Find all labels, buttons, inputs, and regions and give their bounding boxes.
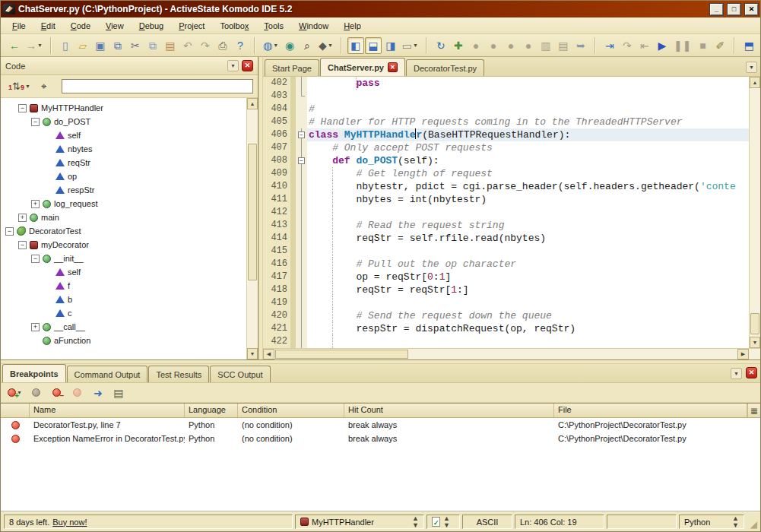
breakpoint-margin[interactable] <box>290 335 296 348</box>
code-text[interactable]: # Handler for HTTP requests coming in to… <box>307 116 749 128</box>
collapse-icon[interactable]: − <box>31 118 40 126</box>
syntax-check-status[interactable]: ▲▼ <box>426 515 460 529</box>
menu-code[interactable]: Code <box>64 20 97 32</box>
tab-test-results[interactable]: Test Results <box>148 366 209 382</box>
back-button[interactable]: ← <box>6 37 23 54</box>
komodo-docs-button[interactable]: ⬒ <box>740 37 757 54</box>
fold-margin[interactable] <box>296 258 307 271</box>
breakpoint-margin[interactable] <box>290 219 296 232</box>
code-text[interactable] <box>307 335 749 348</box>
tree-item-__call__[interactable]: +__call__ <box>1 320 246 334</box>
save-all-button[interactable]: ⧉ <box>109 37 126 54</box>
tab-decoratortest-py[interactable]: DecoratorTest.py <box>406 59 484 76</box>
code-filter-input[interactable] <box>62 79 253 93</box>
code-text[interactable]: reqStr = self.rfile.read(nbytes) <box>307 232 749 245</box>
breakpoint-margin[interactable] <box>290 193 296 206</box>
breakpoint-margin[interactable] <box>290 154 296 167</box>
code-panel-menu-button[interactable]: ▼ <box>227 60 239 71</box>
new-file-button[interactable]: ▯ <box>57 37 74 54</box>
close-button[interactable]: ✕ <box>745 4 758 15</box>
scope-selector[interactable]: MyHTTPHandler ▲▼ <box>295 515 424 529</box>
code-line[interactable]: 402 pass <box>263 77 749 90</box>
code-text[interactable]: class MyHTTPHandler(BaseHTTPRequestHandl… <box>307 128 749 141</box>
breakpoint-state-cell[interactable] <box>1 421 30 429</box>
code-line[interactable]: 417 op = reqStr[0:1] <box>263 271 749 283</box>
code-text[interactable] <box>307 245 749 258</box>
code-line[interactable]: 412 <box>263 206 749 219</box>
breakpoint-properties-button[interactable]: ▤ <box>110 385 127 401</box>
code-line[interactable]: 407 # Only accept POST requests <box>263 141 749 154</box>
fold-margin[interactable] <box>296 219 307 232</box>
code-line[interactable]: 416 # Pull out the op character <box>263 258 749 271</box>
clear-breakpoint-button[interactable] <box>69 385 86 401</box>
column-header-name[interactable]: Name <box>30 404 185 417</box>
tree-item-self[interactable]: self <box>1 128 246 142</box>
fold-margin[interactable] <box>296 141 307 154</box>
macro-record-button[interactable]: ◆▼ <box>316 37 335 54</box>
code-line[interactable]: 414 reqStr = self.rfile.read(nbytes) <box>263 232 749 245</box>
menu-toolbox[interactable]: Toolbox <box>213 20 255 32</box>
menu-tools[interactable]: Tools <box>257 20 290 32</box>
open-file-button[interactable]: ▱ <box>75 37 91 54</box>
scroll-down-icon[interactable]: ▼ <box>750 337 760 348</box>
code-line[interactable]: 418 reqStr = reqStr[1:] <box>263 283 749 296</box>
code-text[interactable]: # Send the request down the queue <box>307 309 749 322</box>
keybinding-button[interactable]: ▭▼ <box>400 37 420 54</box>
paste-button[interactable]: ▤ <box>162 37 179 54</box>
breakpoint-margin[interactable] <box>290 322 296 335</box>
minimize-button[interactable]: _ <box>710 4 723 15</box>
scc-refresh-button[interactable]: ↻ <box>433 37 449 54</box>
code-line[interactable]: 422 <box>263 335 749 348</box>
delete-all-breakpoints-button[interactable]: − <box>49 385 65 401</box>
menu-edit[interactable]: Edit <box>34 20 62 32</box>
fold-margin[interactable] <box>296 271 307 283</box>
breakpoint-margin[interactable] <box>290 180 296 193</box>
buy-now-link[interactable]: Buy now! <box>52 518 87 527</box>
breakpoint-row[interactable]: DecoratorTest.py, line 7Python(no condit… <box>1 418 760 432</box>
scope-stepper[interactable]: ▲▼ <box>412 515 419 529</box>
tab-start-page[interactable]: Start Page <box>265 59 319 76</box>
tab-breakpoints[interactable]: Breakpoints <box>2 364 66 382</box>
code-line[interactable]: 410 nbytestr, pdict = cgi.parse_header(s… <box>263 180 749 193</box>
locate-current-node-button[interactable]: ⌖ <box>38 78 49 95</box>
breakpoint-margin[interactable] <box>290 245 296 258</box>
fold-collapse-icon[interactable]: − <box>298 157 305 164</box>
go-to-source-button[interactable]: ➜ <box>90 385 106 401</box>
save-button[interactable]: ▣ <box>92 37 109 54</box>
new-breakpoint-button[interactable]: +▼ <box>5 385 24 401</box>
fold-margin[interactable] <box>296 180 307 193</box>
code-line[interactable]: 421 respStr = dispatchRequest(op, reqStr… <box>263 322 749 335</box>
collapse-icon[interactable]: − <box>18 104 27 112</box>
expand-icon[interactable]: + <box>18 214 27 222</box>
breakpoint-margin[interactable] <box>290 258 296 271</box>
tree-item-decoratortest[interactable]: −DecoratorTest <box>1 224 246 238</box>
breakpoint-state-cell[interactable] <box>1 435 30 443</box>
fold-margin[interactable] <box>296 90 307 103</box>
breakpoint-margin[interactable] <box>290 283 296 296</box>
scroll-up-icon[interactable]: ▲ <box>247 98 258 109</box>
code-text[interactable]: # Only accept POST requests <box>307 141 749 154</box>
menu-window[interactable]: Window <box>292 20 335 32</box>
code-text[interactable] <box>307 206 749 219</box>
breakpoint-margin[interactable] <box>290 296 296 309</box>
print-button[interactable]: ⎙ <box>214 37 231 54</box>
fold-margin[interactable] <box>296 232 307 245</box>
breakpoint-margin[interactable] <box>290 116 296 128</box>
fold-margin[interactable] <box>296 206 307 219</box>
code-text[interactable]: # Get length of request <box>307 167 749 180</box>
breakpoint-margin[interactable] <box>290 77 296 90</box>
code-line[interactable]: 408− def do_POST(self): <box>263 154 749 167</box>
tree-item-do_post[interactable]: −do_POST <box>1 115 246 128</box>
tab-scc-output[interactable]: SCC Output <box>210 366 270 382</box>
code-line[interactable]: 409 # Get length of request <box>263 167 749 180</box>
tree-item-self[interactable]: self <box>1 265 246 279</box>
fold-margin[interactable] <box>296 335 307 348</box>
code-text[interactable]: # Pull out the op character <box>307 258 749 271</box>
scc-add-button[interactable]: ✚ <box>450 37 467 54</box>
fold-margin[interactable] <box>296 322 307 335</box>
code-text[interactable]: nbytes = int(nbytestr) <box>307 193 749 206</box>
fold-collapse-icon[interactable]: − <box>298 131 305 138</box>
scroll-left-icon[interactable]: ◀ <box>263 349 274 359</box>
code-line[interactable]: 413 # Read the request string <box>263 219 749 232</box>
debug-wand-button[interactable]: ✐ <box>712 37 728 54</box>
